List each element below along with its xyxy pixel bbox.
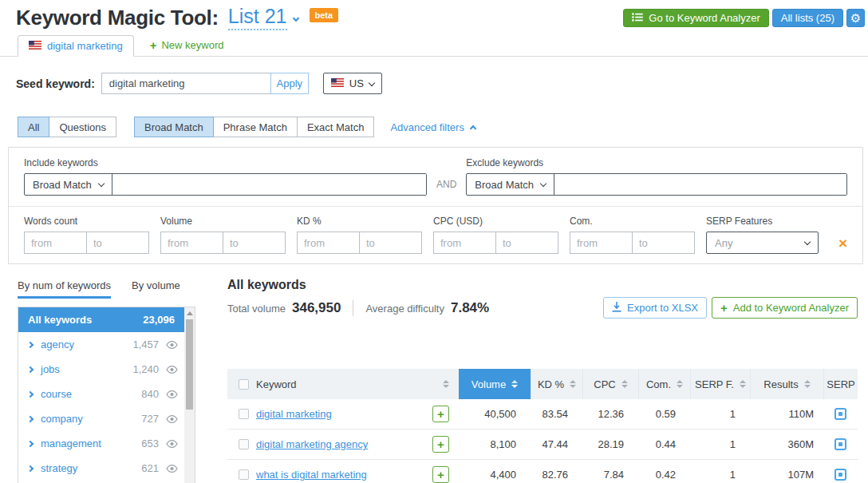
scroll-up-icon[interactable] [187,311,193,315]
volume-to-input[interactable] [223,232,286,254]
filter-questions-button[interactable]: Questions [49,117,116,137]
sort-icon[interactable] [570,380,576,388]
go-to-keyword-analyzer-button[interactable]: Go to Keyword Analyzer [623,9,768,27]
serp-preview-icon[interactable] [834,408,846,420]
new-keyword-button[interactable]: + New keyword [150,39,224,51]
cpc-to-input[interactable] [495,232,558,254]
list-selector[interactable]: List 21 [228,5,298,30]
include-keywords-input[interactable] [112,174,426,195]
row-checkbox[interactable] [239,469,249,480]
column-results[interactable]: Results [750,369,823,399]
seed-keyword-label: Seed keyword: [16,77,95,90]
group-count: 840 [141,388,159,400]
column-keyword[interactable]: Keyword [251,369,459,399]
column-volume[interactable]: Volume [459,369,531,399]
exclude-keywords-input[interactable] [554,174,846,195]
close-icon[interactable]: × [838,236,847,251]
words-count-filter: Words count [24,216,149,254]
tab-by-num-of-keywords[interactable]: By num of keywords [18,279,111,299]
eye-icon[interactable] [166,415,178,423]
keyword-link[interactable]: digital marketing [256,408,332,420]
exact-match-button[interactable]: Exact Match [297,117,375,137]
group-company[interactable]: company 727 [18,406,184,431]
group-all-keywords[interactable]: All keywords 23,096 [18,307,184,332]
serp-features-count: 1 [690,438,750,450]
sort-icon[interactable] [511,380,518,388]
column-serp: SERP [823,369,858,399]
group-management[interactable]: management 653 [18,431,184,456]
scrollbar-thumb[interactable] [186,319,193,410]
com-to-input[interactable] [632,232,695,254]
sort-icon[interactable] [740,380,746,388]
group-count: 621 [141,462,159,474]
settings-button[interactable]: ⚙ [846,9,865,27]
tab-digital-marketing[interactable]: digital marketing [18,35,134,57]
row-checkbox[interactable] [239,439,249,449]
header: Keyword Magic Tool: List 21 beta Go to K… [16,5,865,30]
sort-icon[interactable] [804,380,811,388]
match-type-group: Broad Match Phrase Match Exact Match [134,117,374,137]
eye-icon[interactable] [166,366,178,374]
filter-all-button[interactable]: All [18,117,49,137]
include-match-select[interactable]: Broad Match [25,174,112,195]
export-xlsx-button[interactable]: Export to XLSX [603,297,707,319]
advanced-filters-label: Advanced filters [390,121,464,133]
country-select[interactable]: US [323,73,382,94]
apply-button[interactable]: Apply [270,73,309,94]
words-count-from-input[interactable] [24,232,87,254]
chevron-down-icon [804,238,811,244]
exclude-match-value: Broad Match [475,179,534,191]
select-all-checkbox[interactable] [239,379,249,390]
kd-value: 83.54 [531,408,582,420]
exclude-match-select[interactable]: Broad Match [467,174,554,195]
sort-icon[interactable] [677,380,683,388]
volume-from-input[interactable] [160,232,223,254]
add-to-keyword-analyzer-button[interactable]: + Add to Keyword Analyzer [712,297,858,319]
phrase-match-button[interactable]: Phrase Match [213,117,298,137]
sort-icon[interactable] [443,380,449,388]
cpc-from-input[interactable] [433,232,496,254]
sort-icon[interactable] [621,380,628,388]
kd-from-input[interactable] [297,232,360,254]
all-lists-button[interactable]: All lists (25) [772,9,843,27]
eye-icon[interactable] [166,465,178,473]
kd-to-input[interactable] [359,232,422,254]
seed-keyword-input[interactable] [101,73,271,94]
broad-match-button[interactable]: Broad Match [134,117,214,137]
eye-icon[interactable] [166,440,178,448]
serp-features-select[interactable]: Any [706,232,819,254]
com-from-input[interactable] [570,232,633,254]
add-keyword-button[interactable]: + [432,406,449,422]
eye-icon[interactable] [166,341,178,349]
words-count-to-input[interactable] [86,232,149,254]
advanced-filters-toggle[interactable]: Advanced filters [390,121,475,133]
serp-preview-icon[interactable] [834,469,846,481]
row-checkbox[interactable] [239,409,249,419]
group-agency[interactable]: agency 1,457 [18,332,184,357]
add-keyword-button[interactable]: + [432,436,449,453]
table-row: digital marketing + 40,500 83.54 12.36 0… [227,399,858,430]
list-name[interactable]: List 21 [228,5,287,30]
seed-keyword-row: Seed keyword: Apply US [16,73,382,94]
column-serp-f[interactable]: SERP F. [690,369,750,399]
eye-icon[interactable] [166,390,178,398]
group-strategy[interactable]: strategy 621 [18,456,184,481]
column-label: Results [763,378,798,390]
keyword-link[interactable]: what is digital marketing [256,469,367,481]
column-cpc[interactable]: CPC [582,369,638,399]
add-keyword-button[interactable]: + [432,466,449,483]
serp-preview-icon[interactable] [834,438,846,450]
keyword-link[interactable]: digital marketing agency [256,438,368,450]
column-kd[interactable]: KD % [531,369,582,399]
group-course[interactable]: course 840 [18,382,184,406]
group-jobs[interactable]: jobs 1,240 [18,357,184,382]
sidebar-scrollbar[interactable] [184,307,195,483]
column-com[interactable]: Com. [638,369,690,399]
serp-features-value: Any [715,237,732,249]
tab-by-volume[interactable]: By volume [132,279,180,299]
volume-value: 4,400 [459,469,531,481]
include-match-value: Broad Match [33,179,92,191]
and-label: AND [436,179,456,190]
avg-difficulty-value: 7.84% [451,300,489,316]
chevron-up-icon [470,125,476,131]
